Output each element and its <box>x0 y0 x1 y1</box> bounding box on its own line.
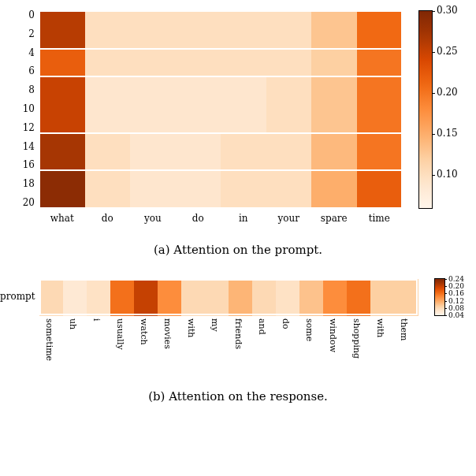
heatmap-cell <box>39 49 85 58</box>
x-tick-label: your <box>278 213 299 224</box>
x-tick-label: and <box>257 318 267 335</box>
y-tick-label: 18 <box>0 178 35 189</box>
x-tick-label: in <box>239 213 248 224</box>
heatmap-cell <box>221 105 266 114</box>
heatmap-cell <box>266 49 312 58</box>
heatmap-cell <box>39 76 85 86</box>
heatmap-b <box>39 279 418 315</box>
heatmap-cell <box>176 30 221 39</box>
heatmap-cell <box>311 95 357 105</box>
heatmap-cell <box>266 180 312 189</box>
heatmap-cell <box>130 170 176 180</box>
heatmap-cell <box>357 152 403 162</box>
heatmap-cell <box>39 11 85 20</box>
heatmap-cell <box>221 152 266 162</box>
heatmap-cell <box>176 11 221 20</box>
heatmap-cell <box>176 189 221 199</box>
y-tick-label: 16 <box>0 159 35 170</box>
heatmap-cell <box>39 95 85 105</box>
heatmap-cell <box>158 279 182 316</box>
heatmap-cell <box>85 95 131 105</box>
heatmap-cell <box>205 279 229 316</box>
heatmap-cell <box>266 152 312 162</box>
x-tick-label: friends <box>233 318 244 349</box>
y-tick-label: 6 <box>0 65 35 76</box>
heatmap-cell <box>221 189 266 199</box>
heatmap-cell <box>221 180 266 189</box>
heatmap-cell <box>176 95 221 105</box>
x-tick-label: usually <box>115 318 125 350</box>
heatmap-cell <box>266 95 312 105</box>
colorbar-tick-label: 0.24 <box>448 275 464 283</box>
colorbar-tick-label: 0.15 <box>437 128 458 139</box>
panel-b: prompt sometimeuhiusuallywatchmovieswith… <box>0 268 476 435</box>
x-tick-label: i <box>91 318 102 322</box>
heatmap-cell <box>85 133 131 143</box>
heatmap-cell <box>266 11 312 20</box>
heatmap-cell <box>39 86 85 95</box>
heatmap-cell <box>311 30 357 39</box>
heatmap-cell <box>130 180 176 189</box>
heatmap-cell <box>85 76 131 86</box>
heatmap-cell <box>85 189 131 199</box>
heatmap-cell <box>85 49 131 58</box>
heatmap-cell <box>130 49 176 58</box>
heatmap-cell <box>110 279 135 316</box>
heatmap-cell <box>311 143 357 152</box>
heatmap-a <box>39 11 402 208</box>
heatmap-cell <box>347 279 371 316</box>
grid-line <box>39 11 40 208</box>
x-tick-label: some <box>304 318 314 341</box>
heatmap-cell <box>221 11 266 20</box>
heatmap-cell <box>63 279 87 316</box>
heatmap-cell <box>85 11 131 20</box>
heatmap-cell <box>85 105 131 114</box>
heatmap-cell <box>311 105 357 114</box>
heatmap-cell <box>85 152 131 162</box>
x-tick-label: you <box>144 213 162 224</box>
heatmap-cell <box>221 133 266 143</box>
heatmap-cell <box>85 170 131 180</box>
heatmap-cell <box>311 20 357 30</box>
colorbar-a: 0.100.150.200.250.30 <box>419 11 432 208</box>
heatmap-cell <box>221 49 266 58</box>
heatmap-cell <box>357 105 403 114</box>
x-tick-label: shopping <box>351 318 362 359</box>
heatmap-cell <box>130 58 176 68</box>
heatmap-cell <box>130 143 176 152</box>
heatmap-cell <box>266 170 312 180</box>
colorbar-tick-label: 0.12 <box>448 297 464 305</box>
heatmap-cell <box>266 76 312 86</box>
heatmap-cell <box>130 114 176 124</box>
grid-line <box>39 314 418 315</box>
grid-line <box>39 169 402 171</box>
heatmap-cell <box>266 143 312 152</box>
panel-a: 02468101214161820 whatdoyoudoinyourspare… <box>0 0 476 268</box>
heatmap-cell <box>311 180 357 189</box>
grid-line <box>39 279 41 315</box>
heatmap-cell <box>130 20 176 30</box>
colorbar-tick-label: 0.16 <box>448 289 464 297</box>
heatmap-cell <box>357 180 403 189</box>
heatmap-cell <box>130 95 176 105</box>
y-tick-label: 14 <box>0 141 35 152</box>
x-tick-label: my <box>210 318 220 332</box>
figure: 02468101214161820 whatdoyoudoinyourspare… <box>0 0 476 435</box>
x-tick-label: do <box>192 213 204 224</box>
heatmap-cell <box>266 133 312 143</box>
colorbar-tick <box>444 315 447 316</box>
colorbar-tick <box>432 11 435 12</box>
heatmap-cell <box>130 76 176 86</box>
heatmap-cell <box>221 95 266 105</box>
colorbar-tick-label: 0.10 <box>437 169 458 180</box>
colorbar-tick-label: 0.20 <box>437 87 458 98</box>
heatmap-cell <box>311 76 357 86</box>
heatmap-cell <box>311 58 357 68</box>
heatmap-cell <box>266 20 312 30</box>
x-tick-label: time <box>369 213 390 224</box>
colorbar-tick <box>444 279 447 280</box>
colorbar-tick-label: 0.25 <box>437 46 458 57</box>
x-tick-label: them <box>399 318 409 340</box>
heatmap-cell <box>276 279 300 316</box>
heatmap-cell <box>221 143 266 152</box>
